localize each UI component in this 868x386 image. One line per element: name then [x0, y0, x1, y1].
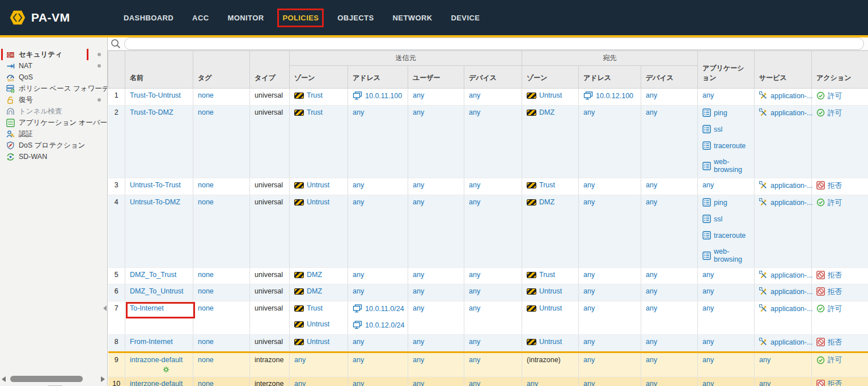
sidebar-item-security[interactable]: セキュリティ	[0, 49, 107, 60]
table-row[interactable]: 8 From-Internet none universal Untrust a…	[108, 335, 868, 351]
src-device-value[interactable]: any	[469, 380, 480, 386]
scrollbar-thumb[interactable]	[10, 376, 83, 382]
src-zone-link[interactable]: DMZ	[307, 287, 322, 295]
application-value[interactable]: any	[702, 380, 714, 386]
src-device-value[interactable]: any	[469, 271, 480, 279]
application-value[interactable]: any	[702, 91, 714, 99]
sidebar-item-tunnel-inspection[interactable]: トンネル検査	[0, 106, 107, 117]
tab-policies[interactable]: POLICIES	[282, 14, 319, 22]
src-zone-link[interactable]: Trust	[307, 91, 323, 99]
tag-value[interactable]: none	[198, 181, 214, 189]
dst-address-value[interactable]: any	[583, 108, 595, 116]
application-link[interactable]: ssl	[714, 215, 722, 223]
table-row[interactable]: 5 DMZ_To_Trust none universal DMZ any an…	[108, 268, 868, 284]
application-link[interactable]: ping	[714, 109, 727, 117]
service-link[interactable]: application-...	[770, 92, 812, 100]
src-user-value[interactable]: any	[413, 304, 424, 312]
table-row[interactable]: 2 Trust-To-DMZ none universal Trust any …	[108, 106, 868, 178]
action-link[interactable]: 拒否	[828, 271, 842, 279]
panel-collapse-arrow-icon[interactable]	[103, 305, 107, 311]
col-service[interactable]: サービス	[755, 51, 812, 89]
application-value[interactable]: any	[702, 356, 714, 364]
src-zone-link[interactable]: DMZ	[307, 271, 322, 279]
dst-device-value[interactable]: any	[646, 338, 657, 346]
sidebar-item-decryption[interactable]: 復号	[0, 94, 107, 106]
dst-address-value[interactable]: any	[583, 198, 595, 206]
application-value[interactable]: any	[702, 287, 714, 295]
rule-name-link[interactable]: Untrsut-To-DMZ	[130, 198, 180, 206]
dst-address-value[interactable]: any	[583, 181, 595, 189]
dst-device-value[interactable]: any	[646, 304, 657, 312]
tag-value[interactable]: none	[198, 287, 214, 295]
application-link[interactable]: traceroute	[714, 232, 746, 240]
dst-device-value[interactable]: any	[646, 271, 657, 279]
sidebar-item-application-override[interactable]: アプリケーション オーバーライ	[0, 117, 107, 128]
sidebar-item-nat[interactable]: NAT	[0, 60, 107, 72]
sidebar-item-authentication[interactable]: 認証	[0, 128, 107, 140]
dst-zone-link[interactable]: Untrust	[539, 338, 562, 346]
src-device-value[interactable]: any	[469, 198, 480, 206]
rule-name-link[interactable]: intrazone-default	[130, 356, 183, 364]
dst-zone-link[interactable]: Trust	[539, 271, 555, 279]
dst-zone-link[interactable]: Trust	[539, 181, 555, 189]
sidebar-item-policy-based-forwarding[interactable]: ポリシー ベース フォワーディ	[0, 83, 107, 94]
src-user-value[interactable]: any	[413, 91, 424, 99]
table-row[interactable]: 6 DMZ_To_Untrust none universal DMZ any …	[108, 284, 868, 301]
dst-zone-link[interactable]: DMZ	[539, 108, 554, 116]
service-link[interactable]: application-...	[770, 182, 812, 190]
src-address-value[interactable]: any	[353, 338, 364, 346]
src-user-value[interactable]: any	[413, 271, 424, 279]
src-user-value[interactable]: any	[413, 380, 424, 386]
table-row[interactable]: 4 Untrsut-To-DMZ none universal Untrust …	[108, 195, 868, 268]
tab-monitor[interactable]: MONITOR	[227, 14, 264, 22]
col-name[interactable]: 名前	[125, 51, 193, 89]
tag-value[interactable]: none	[198, 356, 214, 364]
dst-device-value[interactable]: any	[646, 108, 657, 116]
action-link[interactable]: 拒否	[828, 182, 842, 190]
dst-address-value[interactable]: any	[583, 380, 595, 386]
rule-name-link[interactable]: Trust-To-Untrust	[130, 91, 181, 99]
col-dst-device[interactable]: デバイス	[641, 66, 698, 89]
dst-zone-value[interactable]: any	[527, 380, 538, 386]
table-row[interactable]: 1 Trust-To-Untrust none universal Trust …	[108, 89, 868, 106]
application-value[interactable]: any	[702, 338, 714, 346]
application-link[interactable]: ping	[714, 199, 727, 207]
dst-device-value[interactable]: any	[646, 380, 657, 386]
tag-value[interactable]: none	[198, 91, 214, 99]
dst-device-value[interactable]: any	[646, 91, 657, 99]
dst-zone-link[interactable]: DMZ	[539, 198, 554, 206]
service-link[interactable]: application-...	[770, 338, 812, 346]
src-zone-value[interactable]: any	[294, 356, 306, 364]
col-dst-address[interactable]: アドレス	[579, 66, 641, 89]
action-link[interactable]: 拒否	[828, 380, 842, 386]
col-application[interactable]: アプリケーション	[698, 51, 755, 89]
rule-name-link[interactable]: Trust-To-DMZ	[130, 108, 173, 116]
dst-address-value[interactable]: any	[583, 356, 595, 364]
dst-address-value[interactable]: any	[583, 287, 595, 295]
sidebar-item-dos-protection[interactable]: DoS プロテクション	[0, 140, 107, 151]
src-zone-link[interactable]: Untrust	[307, 320, 329, 328]
src-address-value[interactable]: any	[353, 380, 364, 386]
src-address-value[interactable]: any	[353, 356, 364, 364]
application-value[interactable]: any	[702, 271, 714, 279]
application-value[interactable]: any	[702, 181, 714, 189]
col-src-user[interactable]: ユーザー	[408, 66, 464, 89]
src-user-value[interactable]: any	[413, 356, 424, 364]
rule-name-link[interactable]: From-Internet	[130, 338, 173, 346]
tab-dashboard[interactable]: DASHBOARD	[124, 14, 173, 22]
service-link[interactable]: application-...	[770, 271, 812, 279]
sidebar-horizontal-scrollbar[interactable]	[2, 375, 105, 383]
application-link[interactable]: web-browsing	[714, 247, 750, 263]
rule-name-link[interactable]: interzone-default	[130, 380, 183, 386]
action-link[interactable]: 許可	[828, 356, 842, 364]
col-action[interactable]: アクション	[812, 51, 868, 89]
tag-value[interactable]: none	[198, 271, 214, 279]
src-device-value[interactable]: any	[469, 356, 480, 364]
src-zone-link[interactable]: Untrust	[307, 198, 329, 206]
tab-device[interactable]: DEVICE	[451, 14, 480, 22]
rule-name-link[interactable]: To-Internet	[130, 304, 164, 312]
col-type[interactable]: タイプ	[250, 51, 290, 89]
tag-value[interactable]: none	[198, 380, 214, 386]
dst-zone-link[interactable]: Untrust	[539, 91, 562, 99]
table-row[interactable]: 9 intrazone-default none intrazone any a…	[108, 353, 868, 377]
